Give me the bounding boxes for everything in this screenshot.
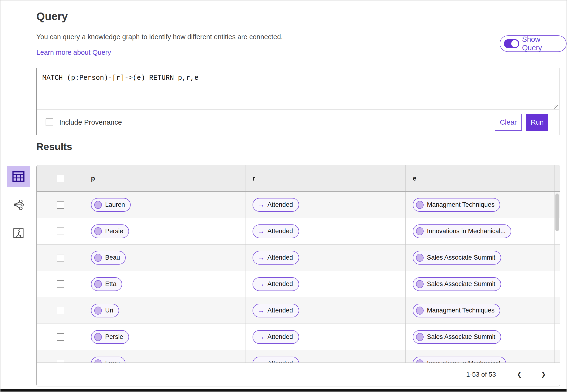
include-provenance-label: Include Provenance (59, 118, 122, 126)
scrollbar-thumb[interactable] (555, 194, 559, 231)
entity-pill[interactable]: Lauren (91, 198, 131, 212)
arrow-right-icon: → (258, 254, 265, 261)
entity-pill[interactable]: Beau (91, 251, 126, 265)
entity-pill[interactable]: Managment Techniques (413, 198, 500, 212)
resize-grip-icon[interactable] (552, 103, 558, 109)
node-dot-icon (416, 201, 424, 209)
relationship-pill[interactable]: →Attended (253, 277, 299, 291)
relationship-pill[interactable]: →Attended (253, 304, 299, 317)
entity-pill[interactable]: Sales Associate Summit (413, 251, 501, 265)
table-vertical-scrollbar[interactable] (554, 192, 560, 363)
table-icon (12, 171, 25, 182)
row-checkbox[interactable] (57, 280, 64, 288)
window-bottom-edge (0, 389, 567, 392)
map-icon (13, 228, 24, 238)
relationship-pill[interactable]: →Attended (253, 251, 299, 265)
arrow-right-icon: → (258, 228, 265, 235)
learn-more-link[interactable]: Learn more about Query (36, 49, 111, 56)
table-body: Lauren →Attended Managment Techniques Pe… (37, 192, 560, 363)
table-pagination: 1-53 of 53 ❮ ❯ (37, 363, 560, 386)
show-query-toggle[interactable]: Show Query (500, 35, 567, 52)
node-dot-icon (94, 333, 102, 341)
entity-pill[interactable]: Persie (91, 330, 129, 344)
arrow-right-icon: → (258, 334, 265, 340)
row-checkbox[interactable] (57, 254, 64, 262)
network-share-icon (13, 200, 24, 210)
pagination-range-label: 1-53 of 53 (466, 371, 496, 378)
node-dot-icon (94, 227, 102, 235)
toggle-on-icon[interactable] (504, 39, 519, 48)
row-checkbox[interactable] (57, 227, 64, 235)
relationship-pill[interactable]: →Attended (253, 357, 299, 363)
clear-button[interactable]: Clear (495, 114, 522, 131)
table-row: Lauren →Attended Managment Techniques (37, 192, 560, 218)
arrow-right-icon: → (258, 201, 265, 208)
entity-pill[interactable]: Sales Associate Summit (413, 277, 501, 291)
page-title: Query (36, 10, 68, 23)
entity-pill[interactable]: Uri (91, 304, 119, 317)
node-dot-icon (94, 254, 102, 262)
arrow-right-icon: → (258, 307, 265, 314)
results-title: Results (36, 141, 72, 153)
results-view-toolbar (7, 166, 30, 244)
query-page: Query You can query a knowledge graph to… (0, 0, 567, 392)
table-row: Persie →Attended Innovations in Mechanic… (37, 218, 560, 244)
entity-pill[interactable]: Sales Associate Summit (413, 330, 501, 344)
table-row: Beau →Attended Sales Associate Summit (37, 244, 560, 271)
column-header-p[interactable]: p (91, 175, 95, 182)
row-checkbox[interactable] (57, 307, 64, 314)
table-row: Etta →Attended Sales Associate Summit (37, 271, 560, 297)
entity-pill[interactable]: Innovations in Mechanical... (413, 224, 511, 238)
run-button[interactable]: Run (526, 114, 548, 131)
query-editor-textarea[interactable]: MATCH (p:Person)-[r]->(e) RETURN p,r,e (37, 68, 559, 110)
entity-pill[interactable]: Innovations in Mechanical (413, 357, 506, 363)
node-dot-icon (94, 280, 102, 288)
table-row: Larry →Attended Innovations in Mechanica… (37, 350, 560, 363)
select-all-checkbox[interactable] (57, 175, 64, 182)
map-view-button[interactable] (7, 222, 30, 244)
row-checkbox[interactable] (57, 201, 64, 209)
query-panel: MATCH (p:Person)-[r]->(e) RETURN p,r,e I… (36, 68, 559, 135)
node-dot-icon (94, 201, 102, 209)
entity-pill[interactable]: Larry (91, 357, 125, 363)
show-query-label: Show Query (522, 35, 560, 52)
row-checkbox[interactable] (57, 333, 64, 341)
table-view-button[interactable] (7, 166, 30, 187)
node-dot-icon (416, 333, 424, 341)
node-dot-icon (416, 307, 424, 315)
results-table: p r e Lauren →Attended Managment Techniq… (36, 165, 560, 386)
table-row: Persie →Attended Sales Associate Summit (37, 324, 560, 350)
node-dot-icon (416, 280, 424, 288)
graph-view-button[interactable] (7, 194, 30, 216)
entity-pill[interactable]: Etta (91, 277, 122, 291)
relationship-pill[interactable]: →Attended (253, 330, 299, 344)
toggle-knob (511, 40, 518, 47)
chevron-right-icon[interactable]: ❯ (538, 369, 548, 379)
include-provenance-checkbox[interactable] (45, 118, 53, 126)
query-panel-footer: Include Provenance Clear Run (37, 110, 559, 135)
arrow-right-icon: → (258, 280, 265, 287)
table-header-row: p r e (37, 165, 560, 192)
table-row: Uri →Attended Managment Techniques (37, 297, 560, 324)
column-header-r[interactable]: r (253, 175, 255, 182)
column-header-e[interactable]: e (413, 175, 417, 182)
relationship-pill[interactable]: →Attended (253, 224, 299, 238)
node-dot-icon (416, 227, 424, 235)
node-dot-icon (94, 307, 102, 315)
page-description: You can query a knowledge graph to ident… (36, 33, 283, 41)
entity-pill[interactable]: Persie (91, 224, 129, 238)
chevron-left-icon[interactable]: ❮ (514, 369, 524, 379)
relationship-pill[interactable]: →Attended (253, 198, 299, 212)
entity-pill[interactable]: Managment Techniques (413, 304, 500, 317)
node-dot-icon (416, 254, 424, 262)
